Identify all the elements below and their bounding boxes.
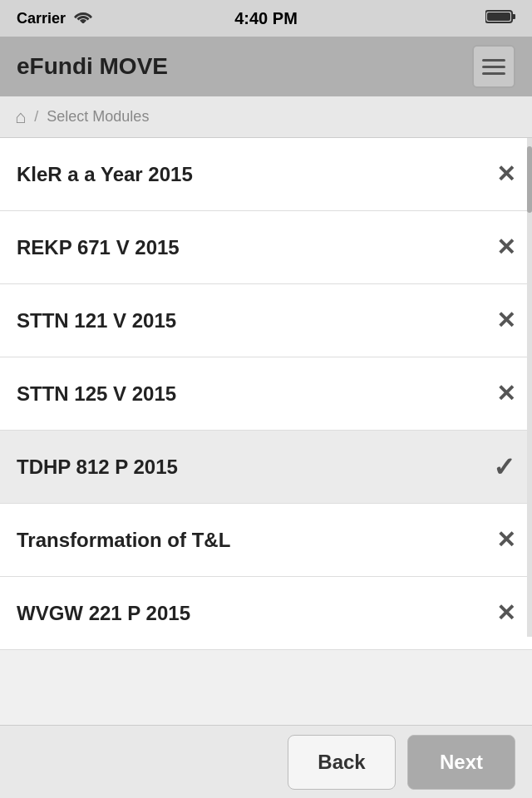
back-button[interactable]: Back bbox=[288, 735, 396, 790]
status-left: Carrier bbox=[17, 10, 92, 27]
svg-rect-1 bbox=[512, 14, 515, 19]
remove-icon: ✕ bbox=[496, 380, 515, 407]
module-name: STTN 125 V 2015 bbox=[17, 382, 176, 406]
app-header: eFundi MOVE bbox=[0, 37, 532, 96]
module-name: KleR a a Year 2015 bbox=[17, 163, 193, 186]
svg-rect-2 bbox=[487, 12, 510, 21]
carrier-label: Carrier bbox=[17, 10, 66, 27]
menu-line-2 bbox=[482, 66, 505, 68]
menu-line-1 bbox=[482, 59, 505, 62]
remove-icon: ✕ bbox=[496, 307, 515, 334]
remove-icon: ✕ bbox=[496, 160, 515, 188]
time-label: 4:40 PM bbox=[234, 9, 298, 28]
list-item[interactable]: REKP 671 V 2015✕ bbox=[0, 211, 532, 284]
remove-icon: ✕ bbox=[496, 599, 515, 627]
menu-line-3 bbox=[482, 72, 505, 75]
footer: Back Next bbox=[0, 725, 532, 798]
list-item[interactable]: WVGW 221 P 2015✕ bbox=[0, 577, 532, 650]
scrollbar[interactable] bbox=[527, 138, 532, 637]
module-name: STTN 121 V 2015 bbox=[17, 309, 176, 332]
remove-icon: ✕ bbox=[496, 234, 515, 261]
scrollbar-thumb[interactable] bbox=[527, 146, 532, 213]
list-item[interactable]: KleR a a Year 2015✕ bbox=[0, 138, 532, 211]
list-item[interactable]: Transformation of T&L✕ bbox=[0, 504, 532, 577]
check-icon: ✓ bbox=[493, 451, 515, 483]
battery-icon bbox=[485, 9, 515, 28]
list-item[interactable]: STTN 121 V 2015✕ bbox=[0, 284, 532, 357]
status-bar: Carrier 4:40 PM bbox=[0, 0, 532, 37]
app-title: eFundi MOVE bbox=[17, 53, 168, 80]
menu-button[interactable] bbox=[472, 45, 515, 88]
module-list: KleR a a Year 2015✕REKP 671 V 2015✕STTN … bbox=[0, 138, 532, 650]
module-name: WVGW 221 P 2015 bbox=[17, 602, 190, 625]
breadcrumb: ⌂ / Select Modules bbox=[0, 96, 532, 138]
breadcrumb-current: Select Modules bbox=[47, 108, 149, 126]
breadcrumb-separator: / bbox=[34, 108, 38, 126]
wifi-icon bbox=[74, 10, 92, 27]
module-name: REKP 671 V 2015 bbox=[17, 236, 180, 259]
module-name: Transformation of T&L bbox=[17, 529, 230, 552]
remove-icon: ✕ bbox=[496, 526, 515, 554]
home-icon[interactable]: ⌂ bbox=[15, 106, 26, 128]
list-item[interactable]: TDHP 812 P 2015✓ bbox=[0, 431, 532, 504]
list-item[interactable]: STTN 125 V 2015✕ bbox=[0, 357, 532, 431]
module-name: TDHP 812 P 2015 bbox=[17, 456, 178, 479]
next-button[interactable]: Next bbox=[407, 735, 515, 790]
